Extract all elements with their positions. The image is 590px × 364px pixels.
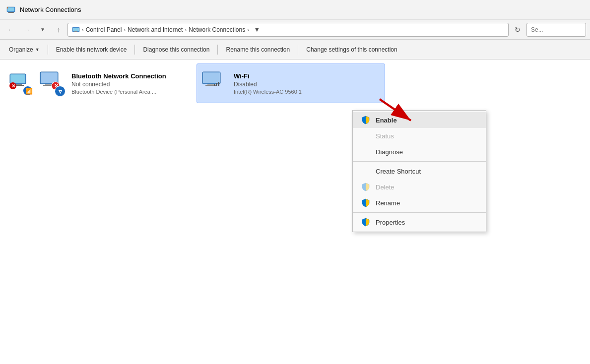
ctx-status-icon-placeholder [361, 131, 371, 141]
ctx-diagnose-icon-placeholder [361, 147, 371, 157]
ctx-properties-label: Properties [376, 219, 405, 226]
refresh-button[interactable]: ↻ [511, 23, 524, 37]
breadcrumb-network-connections[interactable]: Network Connections [189, 26, 245, 33]
ctx-separator-1 [353, 161, 486, 162]
up-button[interactable]: ↑ [52, 23, 66, 37]
app-icon [6, 5, 16, 15]
organize-label: Organize [9, 46, 33, 53]
title-bar: Network Connections [0, 0, 590, 20]
wifi-device: Intel(R) Wireless-AC 9560 1 [234, 89, 302, 95]
breadcrumb-control-panel[interactable]: Control Panel [86, 26, 122, 33]
ctx-enable-label: Enable [376, 117, 397, 124]
ctx-properties[interactable]: Properties [353, 214, 486, 230]
svg-rect-31 [218, 82, 219, 86]
rename-label: Rename this connection [226, 46, 290, 53]
toolbar-separator-2 [134, 45, 135, 55]
bluetooth-connection-info: Bluetooth Network Connection Not connect… [71, 72, 166, 95]
enable-device-label: Enable this network device [56, 46, 127, 53]
forward-button[interactable]: → [20, 23, 34, 37]
svg-rect-28 [205, 85, 217, 86]
bluetooth-connection-item[interactable]: ✕ ⭖ 📶 ✕ ▿ [4, 63, 193, 103]
diagnose-label: Diagnose this connection [143, 46, 209, 53]
dropdown-button[interactable]: ▼ [36, 23, 50, 37]
svg-rect-30 [216, 83, 217, 86]
content-area: ✕ ⭖ 📶 ✕ ▿ [0, 60, 590, 364]
svg-rect-3 [7, 7, 14, 11]
nav-bar: ← → ▼ ↑ › Control Panel › Network and In… [0, 20, 590, 40]
enable-device-button[interactable]: Enable this network device [51, 42, 132, 57]
organize-dropdown-icon: ▼ [35, 47, 40, 52]
ctx-create-shortcut[interactable]: Create Shortcut [353, 163, 486, 179]
svg-rect-26 [203, 72, 220, 83]
bluetooth-icon-group: ✕ ▿ [39, 70, 66, 97]
ctx-delete-shield-icon [361, 182, 371, 192]
breadcrumb-network-internet[interactable]: Network and Internet [128, 26, 183, 33]
back-button[interactable]: ← [4, 23, 18, 37]
wifi-status: Disabled [234, 81, 302, 88]
address-bar-icon [72, 26, 80, 34]
ctx-status: Status [353, 128, 486, 144]
context-menu: Enable Status Diagnose Create Shortcut D… [352, 110, 486, 232]
toolbar-separator-1 [48, 45, 48, 55]
svg-rect-9 [73, 32, 78, 32]
rename-button[interactable]: Rename this connection [221, 42, 295, 57]
address-bar[interactable]: › Control Panel › Network and Internet ›… [67, 23, 509, 37]
bluetooth-status: Not connected [71, 81, 166, 88]
diagnose-button[interactable]: Diagnose this connection [138, 42, 214, 57]
wifi-monitor-svg [201, 70, 222, 91]
ctx-rename-label: Rename [376, 199, 400, 207]
bluetooth-overlay-icon: ⭖ 📶 [23, 86, 33, 96]
ctx-shortcut-label: Create Shortcut [376, 168, 421, 175]
breadcrumb-sep3: › [185, 27, 187, 33]
breadcrumb-dropdown-button[interactable]: ▼ [251, 24, 263, 36]
toolbar-separator-4 [298, 45, 298, 55]
organize-button[interactable]: Organize ▼ [4, 42, 45, 57]
change-settings-button[interactable]: Change settings of this connection [301, 42, 402, 57]
breadcrumb-sep4: › [247, 27, 249, 33]
ctx-separator-2 [353, 212, 486, 213]
ctx-status-label: Status [376, 132, 394, 140]
bt-badge: ▿ [55, 86, 66, 97]
ctx-delete-label: Delete [376, 183, 394, 191]
svg-rect-2 [8, 12, 14, 13]
ctx-diagnose[interactable]: Diagnose [353, 144, 486, 160]
ctx-shortcut-icon-placeholder [361, 166, 371, 176]
bluetooth-device: Bluetooth Device (Personal Area ... [71, 89, 166, 95]
wifi-name: Wi-Fi [234, 72, 302, 80]
change-settings-label: Change settings of this connection [306, 46, 397, 53]
bluetooth-icon-container: ✕ ⭖ 📶 [8, 71, 33, 96]
window-title: Network Connections [20, 6, 81, 13]
wifi-connection-info: Wi-Fi Disabled Intel(R) Wireless-AC 9560… [234, 72, 302, 95]
toolbar-separator-3 [217, 45, 218, 55]
ctx-properties-shield-icon [361, 217, 371, 227]
ctx-delete: Delete [353, 179, 486, 195]
bluetooth-name: Bluetooth Network Connection [71, 72, 166, 80]
ctx-rename-shield-icon [361, 198, 371, 208]
wifi-icon-group [201, 70, 228, 97]
svg-point-5 [7, 7, 8, 8]
ctx-enable-shield-icon [361, 115, 371, 125]
toolbar: Organize ▼ Enable this network device Di… [0, 40, 590, 60]
svg-rect-11 [10, 74, 25, 83]
breadcrumb-sep1: › [82, 27, 84, 33]
svg-rect-7 [73, 28, 79, 31]
ctx-diagnose-label: Diagnose [376, 148, 403, 156]
svg-text:✕: ✕ [11, 83, 15, 89]
ctx-enable[interactable]: Enable [353, 112, 486, 128]
breadcrumb-sep2: › [124, 27, 126, 33]
wifi-connection-item[interactable]: Wi-Fi Disabled Intel(R) Wireless-AC 9560… [197, 63, 385, 103]
search-input[interactable] [526, 23, 586, 37]
ctx-rename[interactable]: Rename [353, 195, 486, 211]
svg-rect-29 [214, 84, 215, 86]
svg-text:📶: 📶 [25, 87, 33, 95]
